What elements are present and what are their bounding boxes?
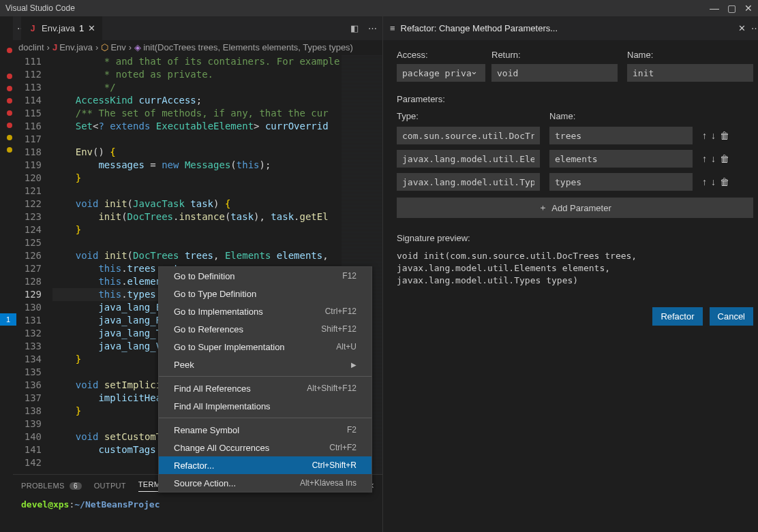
context-menu-item[interactable]: Go to Type Definition — [159, 285, 372, 302]
line-number: 112 — [13, 68, 42, 81]
code-line[interactable]: } — [52, 223, 342, 236]
context-menu-label: Rename Symbol — [174, 425, 239, 435]
breadcrumbs[interactable]: doclint › J Env.java › ⬡ Env › ◈ init(Do… — [13, 40, 382, 55]
terminal-user: devel@xps — [21, 499, 69, 510]
window-minimize-icon[interactable]: — — [710, 3, 719, 14]
param-row: ↑↓🗑 — [397, 150, 753, 168]
param-name-input[interactable] — [549, 173, 693, 191]
code-line[interactable]: * noted as private. — [52, 68, 342, 81]
param-row: ↑↓🗑 — [397, 127, 753, 144]
move-up-icon[interactable]: ↑ — [702, 153, 707, 164]
close-panel-icon[interactable]: ✕ — [738, 23, 746, 33]
context-menu-shortcut: Alt+Shift+F12 — [307, 384, 357, 393]
context-menu-item[interactable]: Rename SymbolF2 — [159, 421, 372, 439]
param-type-input[interactable] — [397, 150, 540, 168]
context-menu-label: Go to Super Implementation — [174, 342, 285, 352]
class-icon: ⬡ — [101, 42, 108, 52]
context-menu-item[interactable]: Go to ReferencesShift+F12 — [159, 320, 372, 338]
context-menu-item[interactable]: Source Action...Alt+Klávesa Ins — [159, 474, 372, 492]
code-line[interactable]: */ — [52, 81, 342, 94]
window-close-icon[interactable]: ✕ — [744, 3, 753, 14]
context-menu-label: Peek — [174, 360, 194, 370]
code-line[interactable] — [52, 185, 342, 198]
gutter-dot-icon — [7, 147, 12, 153]
move-down-icon[interactable]: ↓ — [711, 130, 716, 141]
breadcrumb-item[interactable]: doclint — [18, 42, 44, 52]
param-name-input[interactable] — [549, 150, 693, 168]
line-number: 128 — [13, 275, 42, 288]
delete-icon[interactable]: 🗑 — [720, 153, 729, 164]
editor-tab-env[interactable]: J Env.java 1 ✕ — [21, 16, 102, 40]
param-row: ↑↓🗑 — [397, 173, 753, 191]
context-menu-item[interactable]: Go to Super ImplementationAlt+U — [159, 338, 372, 356]
param-name-input[interactable] — [549, 127, 693, 144]
context-menu-shortcut: Shift+F12 — [321, 324, 357, 334]
breadcrumb-item[interactable]: J Env.java — [52, 42, 93, 52]
delete-icon[interactable]: 🗑 — [720, 130, 729, 141]
context-menu-item[interactable]: Change All OccurrencesCtrl+F2 — [159, 439, 372, 456]
code-line[interactable]: init(DocTrees.instance(task), task.getEl — [52, 210, 342, 223]
code-line[interactable]: } — [52, 172, 342, 185]
tab-output[interactable]: OUTPUT — [94, 482, 126, 490]
line-number: 118 — [13, 146, 42, 159]
return-input[interactable] — [491, 64, 618, 82]
context-menu-label: Go to Definition — [174, 271, 235, 281]
window-maximize-icon[interactable]: ▢ — [727, 3, 736, 14]
code-line[interactable]: * and that of its containers. For exampl… — [52, 55, 342, 68]
move-down-icon[interactable]: ↓ — [711, 176, 716, 187]
breadcrumb-item[interactable]: ◈ init(DocTrees trees, Elements elements… — [134, 42, 353, 52]
method-name-input[interactable] — [627, 64, 753, 82]
context-menu-item[interactable]: Find All ReferencesAlt+Shift+F12 — [159, 379, 372, 397]
titlebar: Visual Studio Code — ▢ ✕ — [0, 0, 758, 16]
access-select[interactable]: package priva — [397, 64, 485, 82]
context-menu-label: Refactor... — [174, 460, 214, 471]
more-actions-icon[interactable]: ⋯ — [368, 23, 377, 33]
chevron-right-icon: › — [129, 42, 132, 52]
line-number: 111 — [13, 55, 42, 68]
gutter-dot-icon — [7, 123, 12, 128]
tab-problems[interactable]: PROBLEMS 6 — [21, 482, 82, 490]
gutter-dot-icon — [7, 48, 12, 53]
more-tabs-icon[interactable]: ⋯ — [13, 23, 21, 33]
code-line[interactable]: Set<? extends ExecutableElement> currOve… — [52, 120, 342, 133]
gutter-dot-icon — [7, 135, 12, 140]
move-up-icon[interactable]: ↑ — [702, 176, 707, 187]
tab-close-icon[interactable]: ✕ — [88, 23, 95, 33]
context-menu-label: Source Action... — [174, 478, 236, 488]
move-down-icon[interactable]: ↓ — [711, 153, 716, 164]
line-number: 130 — [13, 301, 42, 314]
param-type-input[interactable] — [397, 173, 540, 191]
line-number: 137 — [13, 392, 42, 405]
context-menu-item[interactable]: Go to ImplementationsCtrl+F12 — [159, 302, 372, 320]
delete-icon[interactable]: 🗑 — [720, 176, 729, 187]
code-line[interactable]: messages = new Messages(this); — [52, 159, 342, 172]
line-number: 113 — [13, 81, 42, 94]
breadcrumb-item[interactable]: ⬡ Env — [101, 42, 125, 52]
menu-separator — [159, 418, 372, 418]
context-menu-item[interactable]: Peek▶ — [159, 356, 372, 373]
code-line[interactable]: Env() { — [52, 146, 342, 159]
refactor-button[interactable]: Refactor — [652, 307, 702, 326]
terminal[interactable]: devel@xps:~/NetBeansProjec — [13, 497, 382, 532]
code-line[interactable]: void init(DocTrees trees, Elements eleme… — [52, 249, 342, 262]
context-menu-item[interactable]: Go to DefinitionF12 — [159, 267, 372, 285]
context-menu-item[interactable]: Refactor...Ctrl+Shift+R — [159, 456, 372, 474]
more-actions-icon[interactable]: ⋯ — [751, 23, 758, 33]
terminal-path: ~/NetBeansProjec — [74, 499, 160, 510]
context-menu-item[interactable]: Find All Implementations — [159, 397, 372, 415]
line-number: 122 — [13, 198, 42, 210]
access-label: Access: — [397, 50, 482, 60]
add-parameter-button[interactable]: ＋ Add Parameter — [397, 198, 753, 218]
param-type-input[interactable] — [397, 127, 540, 144]
context-menu-label: Go to Type Definition — [174, 289, 256, 299]
split-editor-icon[interactable]: ◧ — [350, 23, 359, 33]
code-line[interactable] — [52, 133, 342, 146]
context-menu-label: Find All References — [174, 384, 251, 394]
cancel-button[interactable]: Cancel — [710, 307, 753, 326]
code-line[interactable] — [52, 236, 342, 249]
code-line[interactable]: void init(JavacTask task) { — [52, 198, 342, 210]
move-up-icon[interactable]: ↑ — [702, 130, 707, 141]
line-number: 115 — [13, 107, 42, 120]
code-line[interactable]: AccessKind currAccess; — [52, 94, 342, 107]
code-line[interactable]: /** The set of methods, if any, that the… — [52, 107, 342, 120]
